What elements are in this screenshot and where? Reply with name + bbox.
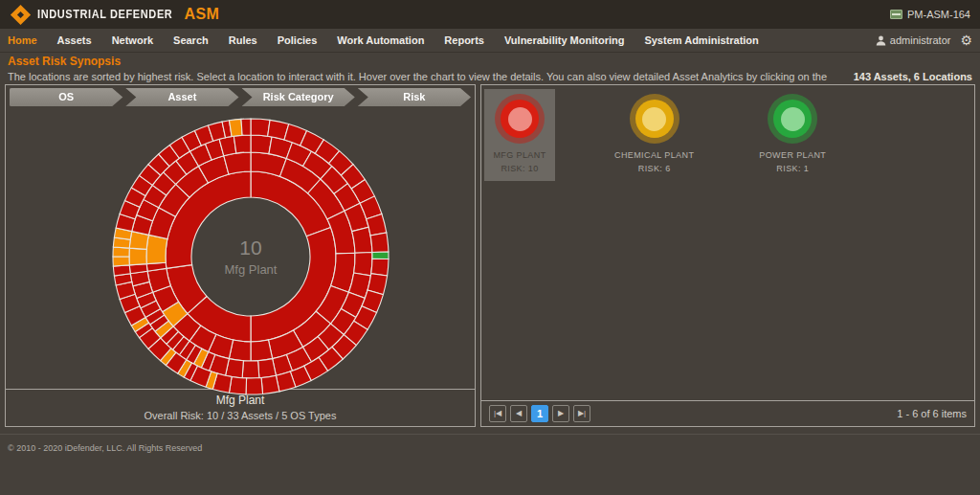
sunburst-segment-ring2[interactable] <box>224 152 251 174</box>
sunburst-segment-ring3[interactable] <box>354 253 372 276</box>
risk-bubble-core <box>781 107 805 131</box>
username: administrator <box>890 34 951 46</box>
sunburst-segment-ring3[interactable] <box>258 359 277 378</box>
sunburst-segment-ring3[interactable] <box>129 248 146 265</box>
server-status-icon <box>890 10 902 19</box>
sunburst-segment-ring4[interactable] <box>372 252 389 259</box>
location-tile-chemical-plant[interactable]: CHEMICAL PLANTRISK: 6 <box>609 89 700 181</box>
nav-item-vulnerability-monitoring[interactable]: Vulnerability Monitoring <box>504 34 624 46</box>
sunburst-segment-ring4[interactable] <box>370 233 389 253</box>
nav-item-system-administration[interactable]: System Administration <box>644 34 758 46</box>
pager-next[interactable]: ▶ <box>552 405 569 422</box>
location-risk: RISK: 1 <box>759 163 826 176</box>
sunburst-segment-ring4[interactable] <box>113 265 130 276</box>
risk-bubble-icon <box>768 94 817 144</box>
risk-bubble-ring <box>635 100 674 138</box>
sunburst-segment-ring4[interactable] <box>241 119 251 135</box>
chart-footer-details: Overall Risk: 10 / 33 Assets / 5 OS Type… <box>6 410 475 421</box>
pager-info: 1 - 6 of 6 items <box>897 408 967 419</box>
location-tile-power-plant[interactable]: POWER PLANTRISK: 1 <box>753 89 832 181</box>
location-tiles: MFG PLANTRISK: 10CHEMICAL PLANTRISK: 6PO… <box>481 85 974 400</box>
sunburst-segment-ring3[interactable] <box>242 361 259 378</box>
nav-item-assets[interactable]: Assets <box>57 34 92 46</box>
pager-prev[interactable]: ◀ <box>510 405 527 422</box>
breadcrumb-asset[interactable]: Asset <box>125 88 238 106</box>
nav-item-policies[interactable]: Policies <box>278 34 318 46</box>
sunburst-chart: 10 Mfg Plant <box>6 109 475 389</box>
server-name: PM-ASM-164 <box>907 9 970 20</box>
location-tile-mfg-plant[interactable]: MFG PLANTRISK: 10 <box>484 89 555 181</box>
brand-logo-icon <box>11 4 31 24</box>
risk-bubble-icon <box>495 94 545 144</box>
risk-bubble-ring <box>501 100 539 138</box>
sunburst-panel: OSAssetRisk CategoryRisk 10 Mfg Plant Mf… <box>5 84 476 427</box>
top-bar: INDUSTRIAL DEFENDER ASM PM-ASM-164 <box>0 0 980 29</box>
nav-item-work-automation[interactable]: Work Automation <box>337 34 424 46</box>
risk-bubble-ring <box>773 100 812 138</box>
pager-buttons: |◀◀1▶▶| <box>489 405 590 422</box>
nav-item-reports[interactable]: Reports <box>444 34 484 46</box>
brand-name: INDUSTRIAL DEFENDER <box>37 8 172 20</box>
product-name: ASM <box>184 6 219 23</box>
page-footer: © 2010 - 2020 iDefender, LLC. All Rights… <box>0 434 980 460</box>
risk-bubble-icon <box>630 94 679 144</box>
nav-item-network[interactable]: Network <box>112 34 153 46</box>
assets-locations-summary: 143 Assets, 6 Locations <box>854 71 972 82</box>
breadcrumb-risk[interactable]: Risk <box>358 88 471 106</box>
pager-last[interactable]: ▶| <box>573 405 590 422</box>
location-name: POWER PLANT <box>759 149 826 163</box>
main-nav: HomeAssetsNetworkSearchRulesPoliciesWork… <box>0 29 980 53</box>
sunburst-segment-ring4[interactable] <box>371 259 389 276</box>
sunburst-segment-ring2[interactable] <box>146 235 167 263</box>
copyright-text: © 2010 - 2020 iDefender, LLC. All Rights… <box>8 443 202 453</box>
nav-item-search[interactable]: Search <box>173 34 209 46</box>
user-icon <box>876 35 886 46</box>
location-risk: RISK: 6 <box>614 163 694 176</box>
nav-items: HomeAssetsNetworkSearchRulesPoliciesWork… <box>8 34 759 46</box>
location-name: CHEMICAL PLANT <box>614 149 694 163</box>
breadcrumb-risk-category[interactable]: Risk Category <box>242 88 355 106</box>
settings-gear-icon[interactable]: ⚙ <box>960 34 972 47</box>
locations-panel: MFG PLANTRISK: 10CHEMICAL PLANTRISK: 6PO… <box>480 84 975 427</box>
pager-first[interactable]: |◀ <box>489 405 506 422</box>
sunburst-segment-ring2[interactable] <box>251 340 273 361</box>
page-title: Asset Risk Synopsis <box>8 55 972 68</box>
sunburst-segment-ring4[interactable] <box>261 375 279 394</box>
risk-bubble-core <box>508 107 532 131</box>
sunburst-segment-ring4[interactable] <box>251 119 270 136</box>
sunburst-segment-ring4[interactable] <box>246 378 263 394</box>
sunburst-segment-ring3[interactable] <box>251 135 272 154</box>
pager-bar: |◀◀1▶▶| 1 - 6 of 6 items <box>481 400 974 426</box>
breadcrumb-os[interactable]: OS <box>10 88 122 106</box>
pager-page-1[interactable]: 1 <box>531 405 548 422</box>
nav-item-home[interactable]: Home <box>8 34 37 46</box>
breadcrumb: OSAssetRisk CategoryRisk <box>6 85 475 109</box>
sunburst-segment-ring3[interactable] <box>234 135 251 153</box>
sunburst-segment-ring4[interactable] <box>113 257 129 266</box>
location-name: MFG PLANT <box>490 149 549 163</box>
location-risk: RISK: 10 <box>490 163 549 176</box>
user-menu[interactable]: administrator <box>876 34 951 46</box>
nav-item-rules[interactable]: Rules <box>229 34 257 46</box>
sunburst-segment-ring4[interactable] <box>229 119 242 136</box>
risk-bubble-core <box>642 107 666 131</box>
